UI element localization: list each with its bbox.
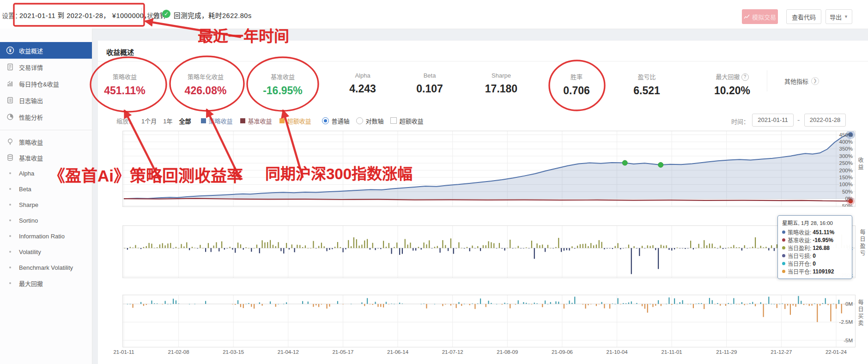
- metrics-divider: [767, 70, 767, 91]
- daily-trade-chart[interactable]: 0M-2.5M-5M: [122, 295, 856, 347]
- tooltip-row-value: -16.95%: [813, 237, 833, 243]
- sidebar-item-每日持仓&收益[interactable]: 每日持仓&收益: [0, 75, 92, 92]
- sidebar-item-Volatility[interactable]: Volatility: [0, 244, 92, 260]
- legend-swatch-icon: [279, 118, 285, 123]
- axis-options: 普通轴对数轴超额收益: [322, 116, 424, 125]
- check-circle-icon: ✓: [162, 10, 170, 18]
- sidebar-item-交易详情[interactable]: 交易详情: [0, 59, 92, 75]
- axis-option-普通轴[interactable]: 普通轴: [322, 116, 350, 125]
- recent-year-annotation: 最近一年时间: [198, 24, 289, 46]
- legend-swatch-icon: [240, 118, 245, 123]
- x-axis-date: 21-11-01: [662, 349, 682, 355]
- bullet-icon: [6, 204, 14, 206]
- sidebar-item-性能分析[interactable]: 性能分析: [0, 109, 92, 125]
- metric-label: 策略年化收益: [178, 72, 233, 81]
- tooltip-row-label: 当日盈利:: [788, 244, 811, 252]
- sidebar-item-Sortino[interactable]: Sortino: [0, 212, 92, 228]
- metric-策略收益: 策略收益451.11%: [97, 72, 152, 97]
- sidebar-item-label: 收益概述: [19, 46, 43, 55]
- svg-text:300%: 300%: [839, 153, 853, 159]
- chevron-right-icon: ❯: [811, 77, 819, 85]
- x-axis-date: 21-04-12: [278, 349, 299, 355]
- tooltip-rows: 策略收益:451.11%基准收益:-16.95%当日盈利:126.88当日亏损:…: [782, 228, 848, 275]
- date-range-dash: -: [797, 116, 800, 124]
- metric-value: -16.95%: [255, 85, 310, 97]
- sidebar-item-label: Sortino: [19, 217, 38, 224]
- log-icon: [6, 96, 14, 104]
- legend-超额收益[interactable]: 超额收益: [279, 116, 311, 125]
- svg-text:450%: 450%: [839, 132, 853, 138]
- zoom-range-全部[interactable]: 全部: [179, 116, 191, 125]
- svg-text:150%: 150%: [839, 175, 853, 180]
- export-button[interactable]: 导出 ▼: [826, 9, 852, 24]
- metric-胜率: 胜率0.706: [549, 72, 604, 97]
- legend-基准收益[interactable]: 基准收益: [240, 116, 272, 125]
- legend-label: 策略收益: [209, 116, 233, 125]
- chart-tooltip: 星期五, 1月 28, 16:00 策略收益:451.11%基准收益:-16.9…: [777, 215, 852, 279]
- bar-chart-icon: [6, 79, 14, 88]
- document-icon: [6, 63, 14, 71]
- tooltip-row-基准收益: 基准收益:-16.95%: [782, 236, 848, 244]
- x-axis-date: 21-08-09: [497, 349, 518, 355]
- sidebar-item-Benchmark Volatility[interactable]: Benchmark Volatility: [0, 260, 92, 275]
- sidebar-item-策略收益[interactable]: 策略收益: [0, 134, 92, 150]
- tooltip-row-策略收益: 策略收益:451.11%: [782, 228, 848, 236]
- start-date-input[interactable]: 2021-01-11: [752, 114, 794, 127]
- metric-盈亏比: 盈亏比6.521: [619, 72, 674, 97]
- settings-value: 2021-01-11 到 2022-01-28， ¥1000000， 分钟: [19, 10, 167, 20]
- axis-option-对数轴[interactable]: 对数轴: [356, 116, 384, 125]
- tooltip-row-当日亏损: 当日亏损:0: [782, 252, 848, 260]
- sidebar-item-label: Beta: [19, 186, 31, 193]
- metric-value: 4.243: [335, 83, 390, 95]
- metric-value: 6.521: [619, 85, 674, 97]
- panel-title: 收益概述: [106, 47, 134, 57]
- settings-label: 设置：: [2, 11, 21, 20]
- zoom-range-1年[interactable]: 1年: [163, 116, 172, 125]
- checkbox-icon: [390, 117, 397, 124]
- tooltip-title: 星期五, 1月 28, 16:00: [782, 219, 848, 226]
- legend-策略收益[interactable]: 策略收益: [201, 116, 233, 125]
- tooltip-row-当日开仓: 当日开仓:0: [782, 260, 848, 267]
- time-label: 时间：: [731, 117, 749, 126]
- zoom-range-1个月[interactable]: 1个月: [141, 116, 157, 125]
- tooltip-row-label: 当日平仓:: [788, 267, 811, 275]
- benchmark-note-annotation: 同期沪深300指数涨幅: [265, 162, 413, 184]
- metric-label: 基准收益: [255, 72, 310, 81]
- help-icon[interactable]: ?: [741, 73, 749, 81]
- daily-pnl-chart[interactable]: 0k-250k: [122, 225, 856, 278]
- x-axis-date: 21-10-04: [607, 349, 628, 355]
- sidebar-item-最大回撤[interactable]: 最大回撤: [0, 275, 92, 291]
- bullet-icon: [6, 172, 14, 174]
- x-axis-date: 21-07-12: [442, 349, 463, 355]
- series-dot-icon: [782, 262, 785, 265]
- x-axis-date: 21-12-27: [771, 349, 792, 355]
- tooltip-row-当日盈利: 当日盈利:126.88: [782, 244, 848, 252]
- sidebar-item-Sharpe[interactable]: Sharpe: [0, 197, 92, 212]
- status-value: 回测完成，耗时2622.80s: [174, 10, 252, 20]
- view-code-button[interactable]: 查看代码: [786, 9, 821, 24]
- sidebar-divider: [0, 130, 92, 130]
- sidebar-item-label: 策略收益: [19, 138, 43, 146]
- zoom-range-group: 1个月1年全部: [141, 116, 191, 125]
- axis-option-超额收益[interactable]: 超额收益: [390, 116, 424, 125]
- more-metrics-link[interactable]: 其他指标 ❯: [784, 77, 819, 85]
- bullet-icon: [6, 188, 14, 190]
- svg-text:100%: 100%: [839, 182, 853, 187]
- sidebar-item-收益概述[interactable]: ¥收益概述: [0, 42, 92, 59]
- svg-text:-5M: -5M: [844, 338, 853, 343]
- pie-chart-icon: [6, 113, 14, 121]
- bullet-icon: [6, 219, 14, 221]
- sidebar-item-label: Volatility: [19, 249, 41, 255]
- svg-text:250%: 250%: [839, 160, 853, 166]
- paper-trade-button[interactable]: 模拟交易: [742, 9, 778, 24]
- series-dot-icon: [782, 231, 785, 234]
- sidebar-item-日志输出[interactable]: 日志输出: [0, 92, 92, 109]
- sidebar-item-Information Ratio[interactable]: Information Ratio: [0, 228, 92, 244]
- sidebar-main-group: ¥收益概述交易详情每日持仓&收益日志输出性能分析: [0, 42, 92, 125]
- end-date-input[interactable]: 2022-01-28: [804, 114, 846, 127]
- x-axis-date: 21-06-14: [387, 349, 408, 355]
- view-code-label: 查看代码: [792, 12, 816, 21]
- x-axis-date: 21-09-06: [552, 349, 573, 355]
- bullet-icon: [6, 235, 14, 237]
- metric-value: 17.180: [473, 83, 529, 95]
